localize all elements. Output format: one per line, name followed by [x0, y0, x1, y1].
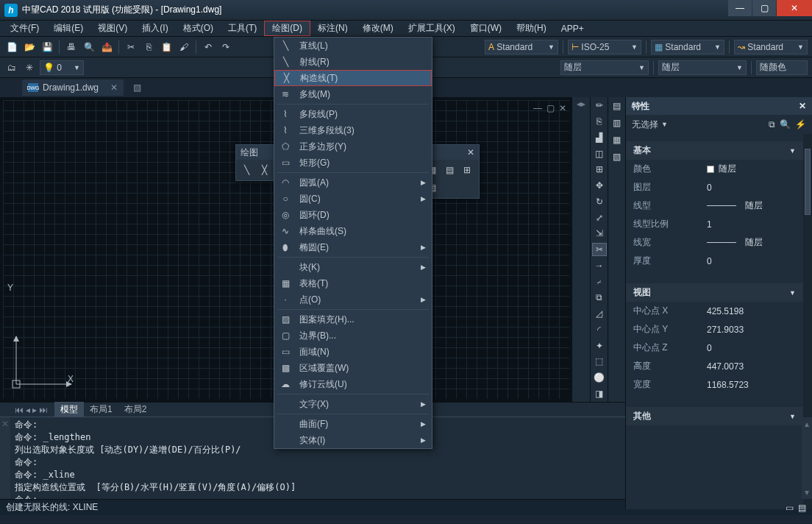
draw-toolbar[interactable]: 绘图 ╲ ╳ — [235, 144, 275, 181]
prop-row[interactable]: 中心点 X425.5198 — [626, 302, 803, 320]
menu-item[interactable]: ▭面域(N) — [274, 344, 432, 360]
layout-tab[interactable]: 布局2 — [118, 402, 153, 417]
doc-close-icon[interactable]: ✕ — [559, 103, 566, 113]
copy-tool-icon[interactable]: ⎘ — [592, 115, 607, 129]
prop-row[interactable]: 宽度1168.5723 — [626, 375, 803, 394]
chamfer-icon[interactable]: ◿ — [592, 307, 607, 321]
save-icon[interactable]: 💾 — [40, 40, 54, 54]
menu-标注[interactable]: 标注(N) — [310, 21, 355, 36]
menu-item[interactable]: ∿样条曲线(S) — [274, 223, 432, 239]
preview-icon[interactable]: 🔍 — [82, 40, 96, 54]
menu-item[interactable]: ·点(O)▶ — [274, 291, 432, 308]
paste-icon[interactable]: 📋 — [159, 40, 174, 54]
trim-icon[interactable]: ✂ — [592, 243, 607, 257]
layer-state-icon[interactable]: ✳ — [22, 60, 37, 75]
offset-icon[interactable]: ◫ — [592, 146, 607, 160]
menu-item[interactable]: ◎圆环(D) — [274, 207, 432, 223]
match-icon[interactable]: 🖌 — [177, 40, 191, 54]
prop-row[interactable]: 中心点 Y271.9033 — [626, 320, 803, 339]
layer-icon[interactable]: ▦ — [610, 132, 624, 147]
menu-修改[interactable]: 修改(M) — [355, 21, 401, 36]
extend-icon[interactable]: → — [592, 258, 607, 272]
move-icon[interactable]: ✥ — [592, 179, 607, 193]
menu-item[interactable]: ▨图案填充(H)... — [274, 311, 432, 328]
eraser-icon[interactable]: ✏ — [592, 99, 607, 113]
open-icon[interactable]: 📂 — [22, 40, 37, 54]
prop-row[interactable]: 线宽随层 — [626, 233, 803, 252]
menu-扩展工具[interactable]: 扩展工具(X) — [401, 21, 463, 36]
close-toolbar-icon[interactable]: ✕ — [467, 147, 474, 157]
menu-工具[interactable]: 工具(T) — [221, 21, 264, 36]
viewport-nav[interactable]: ◂▸ — [572, 97, 590, 402]
minimize-button[interactable]: — — [728, 0, 752, 16]
pick-icon[interactable]: ⧉ — [769, 119, 775, 130]
flash-icon[interactable]: ⚡ — [795, 119, 806, 130]
menu-item[interactable]: ☁修订云线(U) — [274, 376, 432, 392]
menu-item[interactable]: ≋多线(M) — [274, 86, 432, 102]
menu-item[interactable]: ○圆(C)▶ — [274, 191, 432, 207]
layer-icon[interactable]: ▤ — [610, 99, 624, 113]
prop-row[interactable]: 中心点 Z0 — [626, 339, 803, 357]
menu-APP+[interactable]: APP+ — [554, 21, 591, 36]
close-panel-icon[interactable]: ✕ — [799, 101, 806, 111]
mlstyle-combo[interactable]: ↝ Standard▼ — [734, 40, 808, 54]
menu-编辑[interactable]: 编辑(E) — [46, 21, 90, 36]
layout-tab[interactable]: 模型 — [54, 402, 84, 417]
menu-item[interactable]: ▢边界(B)... — [274, 328, 432, 344]
menu-item[interactable]: 曲面(F)▶ — [274, 416, 432, 432]
prop-row[interactable]: 图层0 — [626, 178, 803, 196]
tool-icon[interactable]: ▤ — [442, 163, 457, 177]
menu-item[interactable]: 文字(X)▶ — [274, 396, 432, 412]
plotcolor-combo[interactable]: 随颜色 — [756, 60, 808, 75]
tab-next-icon[interactable]: ▸ — [32, 405, 37, 415]
status-icon[interactable]: ▤ — [798, 503, 806, 513]
tool-icon[interactable]: ◨ — [592, 386, 607, 400]
tab-first-icon[interactable]: ⏮ — [15, 405, 24, 415]
menu-item[interactable]: ▦表格(T) — [274, 275, 432, 291]
break-icon[interactable]: ⌿ — [592, 275, 607, 288]
cmd-scrollbar[interactable]: ▴▾ — [802, 417, 812, 499]
textstyle-combo[interactable]: A Standard▼ — [485, 40, 558, 54]
prop-row[interactable]: 线型比例1 — [626, 215, 803, 233]
join-icon[interactable]: ⧉ — [592, 291, 607, 305]
menu-格式[interactable]: 格式(O) — [176, 21, 221, 36]
close-tab-icon[interactable]: ✕ — [110, 82, 118, 93]
menu-插入[interactable]: 插入(I) — [135, 21, 175, 36]
doc-min-icon[interactable]: — — [533, 103, 542, 113]
prop-section[interactable]: 视图▼ — [626, 283, 803, 302]
prop-row[interactable]: 厚度0 — [626, 252, 803, 270]
array-icon[interactable]: ⊞ — [592, 163, 607, 177]
menu-item[interactable]: ▭矩形(G) — [274, 155, 432, 171]
document-tab[interactable]: DWG Drawing1.dwg ✕ — [22, 79, 124, 96]
explode-icon[interactable]: ✦ — [592, 339, 607, 353]
menu-item[interactable]: ◠圆弧(A)▶ — [274, 174, 432, 191]
menu-item[interactable]: ⬠正多边形(Y) — [274, 138, 432, 155]
status-icon[interactable]: ▭ — [786, 503, 794, 513]
publish-icon[interactable]: 📤 — [99, 40, 114, 54]
tool-icon[interactable]: ⬚ — [592, 355, 607, 369]
copy-icon[interactable]: ⎘ — [141, 40, 156, 54]
doc-max-icon[interactable]: ▢ — [546, 103, 555, 113]
line-icon[interactable]: ╲ — [239, 163, 254, 177]
menu-item[interactable]: ╳构造线(T) — [274, 70, 432, 86]
layout-tab[interactable]: 布局1 — [84, 402, 118, 417]
prop-row[interactable]: 线型随层 — [626, 196, 803, 215]
tab-last-icon[interactable]: ⏭ — [39, 405, 48, 415]
menu-item[interactable]: ╲直线(L) — [274, 38, 432, 54]
menu-视图[interactable]: 视图(V) — [90, 21, 135, 36]
layer-icon[interactable]: ▧ — [610, 149, 624, 164]
menu-item[interactable]: ⌇三维多段线(3) — [274, 122, 432, 138]
layer-icon[interactable]: ▥ — [610, 116, 624, 130]
fillet-icon[interactable]: ◜ — [592, 322, 607, 336]
redo-icon[interactable]: ↷ — [218, 40, 233, 54]
prop-row[interactable]: 高度447.0073 — [626, 357, 803, 375]
new-icon[interactable]: 📄 — [4, 40, 19, 54]
xline-icon[interactable]: ╳ — [257, 163, 271, 177]
linetype-combo[interactable]: 随层▼ — [560, 60, 649, 75]
menu-窗口[interactable]: 窗口(W) — [463, 21, 509, 36]
menu-文件[interactable]: 文件(F) — [3, 21, 46, 36]
new-tab-button[interactable]: ▧ — [131, 82, 143, 93]
maximize-button[interactable]: ▢ — [752, 0, 776, 16]
menu-item[interactable]: 块(K)▶ — [274, 259, 432, 275]
tablestyle-combo[interactable]: ▦ Standard▼ — [651, 40, 724, 54]
